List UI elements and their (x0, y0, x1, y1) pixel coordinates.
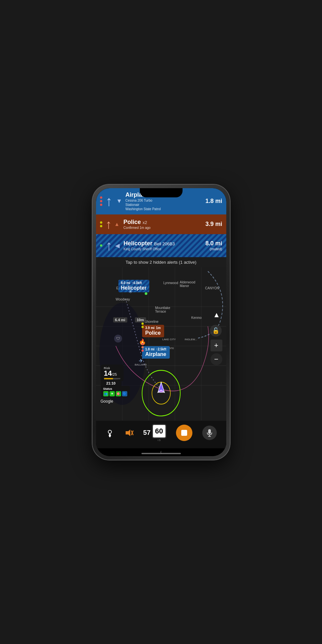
label-alderwood: AlderwoodManor (180, 280, 195, 288)
dot-2 (100, 200, 102, 202)
label-inglew: INGLEW... (185, 338, 197, 341)
mute-icon (124, 429, 134, 436)
police-arrow: ↑ (106, 218, 112, 231)
alert-dots-heli (100, 244, 102, 247)
map-airplane-title: Airplane (145, 351, 166, 357)
risk-widget[interactable]: Risk 14/25 (101, 365, 124, 381)
heli-info: Helicopter Bell 206B3 King County Sherif… (124, 240, 203, 251)
svg-rect-18 (208, 429, 211, 434)
svg-point-14 (108, 430, 111, 433)
status-icon-target: 🎯 (116, 391, 121, 396)
back-indicator[interactable]: ‹ (96, 448, 226, 456)
dist-label-64: 6.4 mi (113, 317, 127, 322)
police-status-dots (141, 322, 144, 328)
phone-screen: ↑ ▼ Airplane Cessna 206 Turbo Stationair… (96, 188, 226, 456)
risk-bar-fill (104, 378, 113, 379)
map-helicopter-card[interactable]: 8.0 mi ↑4.0kft Helicopter (118, 280, 149, 292)
app-screen: ↑ ▼ Airplane Cessna 206 Turbo Stationair… (96, 188, 226, 456)
zoom-plus-button[interactable]: + (211, 340, 222, 351)
record-stop-icon (181, 430, 187, 436)
airplane-icon-map: ✈ (138, 357, 143, 364)
dot-1 (100, 196, 102, 199)
police-subtitle: Confirmed 1m ago (123, 226, 203, 230)
airplane-distance: 1.8 mi (205, 198, 222, 205)
status-icon-bt: 🔵 (122, 391, 127, 396)
label-woodway: Woodway (116, 298, 130, 301)
compass-arrow[interactable]: ▲ (212, 310, 222, 320)
dot-p2 (100, 225, 102, 227)
svg-marker-15 (126, 430, 130, 436)
map-area[interactable]: Lynnwood Edmonds AlderwoodManor Woodway … (96, 267, 226, 421)
status-icons: 👥 ✈ 🎯 🔵 (103, 391, 127, 396)
alert-helicopter[interactable]: ↑ ◀ Helicopter Bell 206B3 King County Sh… (96, 234, 226, 257)
map-heli-info: 8.0 mi ↑4.0kft (121, 281, 147, 285)
weather-time: 21:10 (104, 381, 118, 386)
dot-3 (100, 204, 102, 206)
google-logo: Google (101, 399, 113, 404)
heli-distance: 8.0 mi (muted) (205, 240, 222, 251)
home-bar (141, 453, 181, 454)
risk-bar-bg (104, 378, 120, 379)
map-police-title: Police (145, 330, 161, 336)
alert-dots-airplane (100, 196, 102, 206)
location-icon (105, 428, 114, 437)
map-heli-title: Helicopter (121, 285, 147, 291)
alerts-section: ↑ ▼ Airplane Cessna 206 Turbo Stationair… (96, 188, 226, 267)
label-canyon: CANYON (205, 286, 219, 290)
status-icon-group: 👥 (103, 391, 109, 396)
map-police-card[interactable]: 3.9 mi 1m Police (142, 325, 164, 337)
speed-current: 57 (143, 429, 150, 436)
mic-button[interactable] (202, 426, 217, 440)
phone-notch (140, 188, 183, 197)
map-airplane-card[interactable]: 1.8 mi ↑2.5kft Airplane (142, 346, 170, 359)
speed-limit-box: 60 (152, 424, 166, 438)
police-title: Police x2 (123, 219, 203, 226)
status-widget[interactable]: Status 👥 ✈ 🎯 🔵 (101, 386, 130, 398)
green-dot-heli (145, 292, 147, 295)
hidden-alerts-bar[interactable]: Tap to show 2 hidden alerts (1 active) (96, 257, 226, 267)
speed-display: 57 60 I 5 (143, 424, 166, 442)
label-kenmo: Kenmo (191, 316, 202, 320)
heli-arrow: ↑ (106, 239, 112, 253)
phone-frame: ↑ ▼ Airplane Cessna 206 Turbo Stationair… (92, 184, 230, 460)
airplane-subtitle: Cessna 206 Turbo Stationair Washington S… (125, 198, 203, 211)
location-button[interactable] (105, 428, 114, 437)
record-button[interactable] (176, 425, 192, 441)
police-distance: 3.9 mi (205, 221, 222, 228)
bottom-toolbar: 57 60 I 5 (96, 421, 226, 448)
speed-limit-container: 60 I 5 (152, 424, 166, 442)
mic-icon (207, 429, 212, 437)
heli-title: Helicopter Bell 206B3 (124, 240, 203, 247)
map-police-info: 3.9 mi 1m (145, 326, 161, 330)
airplane-up-arrow: ↑ (106, 194, 112, 208)
police-info: Police x2 Confirmed 1m ago (123, 219, 203, 230)
status-icon-airplane: ✈ (110, 391, 115, 396)
label-shoreline: Shoreline (145, 320, 159, 323)
dot-h1 (100, 244, 102, 247)
map-airplane-info: 1.8 mi ↑2.5kft (145, 347, 166, 351)
heli-subtitle: King County Sheriff Office (124, 247, 203, 251)
lock-icon[interactable]: 🔓 (210, 325, 222, 337)
alert-dots-police (100, 221, 102, 227)
status-label: Status (103, 387, 127, 390)
police-arrow-icon: ▲ (114, 221, 120, 227)
label-mountlake: MountlakeTerrace (155, 306, 170, 313)
airplane-status-dots (141, 343, 144, 352)
heli-left-arrow: ◀ (115, 242, 120, 249)
dot-p1 (100, 221, 102, 224)
zoom-minus-button[interactable]: − (211, 353, 222, 365)
airplane-down-arrow: ▼ (116, 198, 122, 205)
risk-value: 14/25 (104, 370, 120, 377)
snowflake-icon: ✳ (128, 288, 133, 295)
label-lynnwood: Lynnwood (163, 281, 178, 285)
dist-label-10m: 10m (135, 317, 146, 322)
speed-road: I 5 (152, 439, 166, 442)
shield-icon-map: 🛡 (114, 335, 122, 343)
mute-button[interactable] (124, 429, 134, 436)
alert-police[interactable]: ↑ ▲ Police x2 Confirmed 1m ago 3.9 mi (96, 214, 226, 234)
label-lakecity: LAKE CITY (162, 338, 176, 341)
